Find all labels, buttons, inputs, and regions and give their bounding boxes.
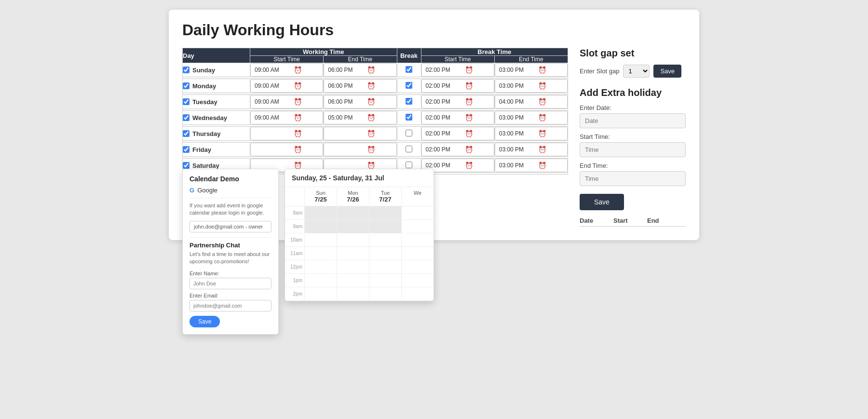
break-checkbox[interactable] — [406, 82, 412, 89]
break-start-cell: ⏰ — [421, 127, 494, 141]
day-checkbox[interactable] — [183, 98, 190, 105]
day-checkbox[interactable] — [183, 82, 190, 89]
clock-icon[interactable]: ⏰ — [465, 114, 473, 122]
work-end-input[interactable] — [328, 162, 364, 169]
day-checkbox-label[interactable]: Sunday — [183, 67, 250, 74]
clock-icon[interactable]: ⏰ — [367, 82, 375, 90]
clock-icon[interactable]: ⏰ — [465, 162, 473, 169]
break-end-input[interactable] — [499, 162, 535, 169]
cal-view-header: Sunday, 25 - Saturday, 31 Jul — [285, 169, 434, 187]
work-end-input[interactable] — [328, 82, 364, 89]
clock-icon[interactable]: ⏰ — [294, 146, 302, 153]
slot-gap-select[interactable]: 12345 — [623, 65, 650, 78]
break-end-input[interactable] — [499, 67, 535, 73]
clock-icon[interactable]: ⏰ — [294, 66, 302, 74]
clock-icon[interactable]: ⏰ — [294, 130, 302, 137]
break-end-cell: ⏰ — [494, 111, 568, 125]
work-start-input[interactable] — [255, 67, 291, 73]
clock-icon[interactable]: ⏰ — [465, 146, 473, 153]
work-start-input[interactable] — [255, 146, 291, 153]
work-start-input[interactable] — [255, 82, 291, 89]
start-time-input[interactable] — [580, 142, 686, 157]
date-form-group: Enter Date: — [580, 104, 686, 128]
clock-icon[interactable]: ⏰ — [367, 98, 375, 106]
break-checkbox[interactable] — [406, 130, 412, 136]
work-start-cell: ⏰ — [250, 95, 324, 109]
day-checkbox[interactable] — [183, 114, 190, 121]
break-start-input[interactable] — [426, 146, 462, 153]
day-checkbox[interactable] — [183, 130, 190, 137]
break-start-input[interactable] — [426, 67, 462, 73]
clock-icon[interactable]: ⏰ — [367, 146, 375, 153]
end-time-input[interactable] — [580, 171, 686, 186]
clock-icon[interactable]: ⏰ — [294, 162, 302, 169]
clock-icon[interactable]: ⏰ — [538, 98, 546, 106]
clock-icon[interactable]: ⏰ — [294, 82, 302, 90]
cal-grid-col-sun — [304, 206, 337, 301]
work-end-input[interactable] — [328, 98, 364, 105]
work-end-input[interactable] — [328, 114, 364, 121]
clock-icon[interactable]: ⏰ — [367, 66, 375, 74]
clock-icon[interactable]: ⏰ — [538, 82, 546, 90]
work-start-input[interactable] — [255, 98, 291, 105]
calendar-demo-title: Calendar Demo — [190, 175, 271, 183]
clock-icon[interactable]: ⏰ — [465, 66, 473, 74]
date-input[interactable] — [580, 113, 686, 128]
day-checkbox-label[interactable]: Thursday — [183, 130, 250, 137]
break-checkbox[interactable] — [406, 66, 412, 73]
save-holiday-button[interactable]: Save — [580, 194, 624, 210]
work-start-input[interactable] — [255, 162, 291, 169]
clock-icon[interactable]: ⏰ — [538, 162, 546, 169]
clock-icon[interactable]: ⏰ — [294, 98, 302, 106]
break-start-input[interactable] — [426, 162, 462, 169]
break-checkbox[interactable] — [406, 98, 412, 105]
break-checkbox[interactable] — [406, 162, 412, 168]
day-checkbox[interactable] — [183, 146, 190, 153]
clock-icon[interactable]: ⏰ — [367, 162, 375, 169]
clock-icon[interactable]: ⏰ — [538, 130, 546, 137]
popup-save-button[interactable]: Save — [190, 316, 220, 327]
email-popup-input[interactable] — [190, 300, 271, 311]
clock-icon[interactable]: ⏰ — [465, 82, 473, 90]
day-checkbox-label[interactable]: Friday — [183, 146, 250, 153]
th-work-end: End Time — [324, 56, 397, 63]
clock-icon[interactable]: ⏰ — [294, 114, 302, 122]
start-time-label: Start Time: — [580, 133, 686, 140]
break-checkbox[interactable] — [406, 114, 412, 121]
break-end-input[interactable] — [499, 146, 535, 153]
table-row: Sunday⏰⏰⏰⏰ — [183, 63, 568, 77]
clock-icon[interactable]: ⏰ — [465, 130, 473, 137]
clock-icon[interactable]: ⏰ — [538, 146, 546, 153]
day-checkbox[interactable] — [183, 67, 190, 73]
break-start-input[interactable] — [426, 98, 462, 105]
clock-icon[interactable]: ⏰ — [538, 66, 546, 74]
break-start-input[interactable] — [426, 114, 462, 121]
partnership-title: Partnership Chat — [190, 242, 271, 249]
day-checkbox-label[interactable]: Tuesday — [183, 98, 250, 106]
work-end-input[interactable] — [328, 130, 364, 137]
day-name: Saturday — [192, 162, 219, 169]
work-start-input[interactable] — [255, 114, 291, 121]
break-end-input[interactable] — [499, 114, 535, 121]
day-checkbox-label[interactable]: Monday — [183, 82, 250, 90]
break-end-input[interactable] — [499, 98, 535, 105]
cal-view-cols: Sun 7/25 Mon 7/26 Tue 7/27 We — [285, 187, 434, 206]
work-end-input[interactable] — [328, 146, 364, 153]
work-end-input[interactable] — [328, 67, 364, 73]
clock-icon[interactable]: ⏰ — [367, 130, 375, 137]
clock-icon[interactable]: ⏰ — [465, 98, 473, 106]
break-start-input[interactable] — [426, 130, 462, 137]
break-start-input[interactable] — [426, 82, 462, 89]
day-checkbox-label[interactable]: Saturday — [183, 162, 250, 169]
slot-gap-title: Slot gap set — [580, 48, 686, 59]
break-end-input[interactable] — [499, 130, 535, 137]
break-checkbox[interactable] — [406, 146, 412, 152]
work-start-input[interactable] — [255, 130, 291, 137]
day-checkbox-label[interactable]: Wednesday — [183, 114, 250, 122]
day-checkbox[interactable] — [183, 162, 190, 169]
break-end-input[interactable] — [499, 82, 535, 89]
save-slot-button[interactable]: Save — [653, 65, 681, 78]
name-popup-input[interactable] — [190, 278, 271, 289]
clock-icon[interactable]: ⏰ — [367, 114, 375, 122]
clock-icon[interactable]: ⏰ — [538, 114, 546, 122]
